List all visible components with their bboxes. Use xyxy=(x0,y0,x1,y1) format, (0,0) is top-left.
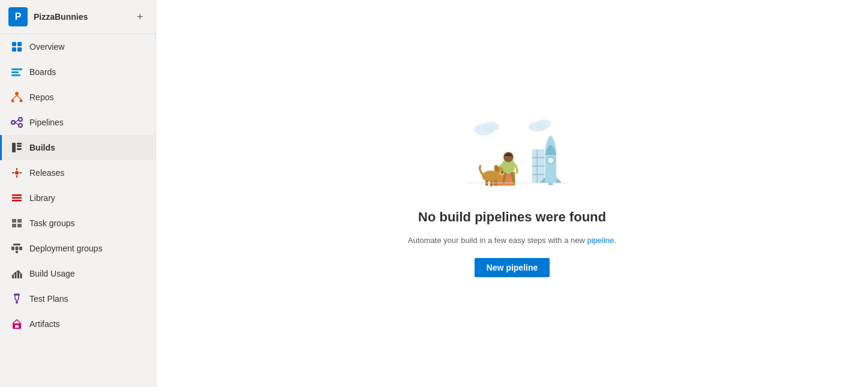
sidebar-item-repos[interactable]: Repos xyxy=(0,85,156,110)
svg-point-55 xyxy=(547,157,554,164)
sidebar-item-library-label: Library xyxy=(29,193,55,203)
sidebar-item-boards[interactable]: Boards xyxy=(0,59,156,85)
svg-rect-3 xyxy=(17,47,22,52)
sidebar-item-overview-label: Overview xyxy=(29,42,64,52)
sidebar-item-test-plans[interactable]: Test Plans xyxy=(0,286,156,311)
empty-title: No build pipelines were found xyxy=(418,209,606,225)
svg-point-65 xyxy=(501,171,503,173)
buildusage-icon xyxy=(10,267,23,280)
sidebar-item-artifacts-label: Artifacts xyxy=(29,319,60,329)
sidebar-item-task-groups[interactable]: Task groups xyxy=(0,211,156,236)
sidebar-item-overview[interactable]: Overview xyxy=(0,34,156,59)
svg-rect-45 xyxy=(15,325,19,328)
sidebar-header: P PizzaBunnies + xyxy=(0,0,156,34)
sidebar: P PizzaBunnies + Overview Boards xyxy=(0,0,156,387)
svg-rect-20 xyxy=(17,143,22,145)
sidebar-item-build-usage-label: Build Usage xyxy=(29,269,75,278)
boards-icon xyxy=(10,65,23,79)
deploymentgroups-icon xyxy=(10,242,23,255)
svg-rect-35 xyxy=(19,247,22,250)
svg-point-8 xyxy=(11,100,14,103)
empty-subtitle: Automate your build in a few easy steps … xyxy=(408,235,616,247)
svg-rect-2 xyxy=(12,47,16,52)
svg-rect-26 xyxy=(12,194,22,196)
sidebar-item-deployment-groups-label: Deployment groups xyxy=(29,244,102,253)
svg-point-7 xyxy=(15,92,19,95)
svg-rect-67 xyxy=(490,181,493,186)
library-icon xyxy=(10,191,23,205)
sidebar-item-builds-label: Builds xyxy=(29,143,55,152)
svg-rect-36 xyxy=(16,251,18,253)
sidebar-item-test-plans-label: Test Plans xyxy=(29,294,68,304)
pipeline-link[interactable]: pipeline. xyxy=(587,236,616,245)
svg-point-47 xyxy=(483,121,499,131)
builds-icon xyxy=(10,141,23,154)
svg-point-9 xyxy=(20,100,23,103)
svg-rect-33 xyxy=(11,247,14,250)
testplans-icon xyxy=(10,292,23,305)
svg-rect-27 xyxy=(12,197,22,199)
svg-line-16 xyxy=(15,122,19,125)
sidebar-item-releases-label: Releases xyxy=(29,168,64,178)
sidebar-item-pipelines-label: Pipelines xyxy=(29,118,64,127)
sidebar-item-pipelines[interactable]: Pipelines xyxy=(0,110,156,135)
svg-rect-56 xyxy=(548,182,553,185)
repos-icon xyxy=(10,91,23,104)
svg-rect-4 xyxy=(11,68,22,70)
svg-point-21 xyxy=(15,171,19,175)
org-avatar: P xyxy=(8,7,28,26)
sidebar-item-deployment-groups[interactable]: Deployment groups xyxy=(0,236,156,261)
sidebar-item-builds[interactable]: Builds xyxy=(0,135,156,160)
svg-rect-1 xyxy=(17,42,22,46)
sidebar-item-artifacts[interactable]: Artifacts xyxy=(0,311,156,337)
svg-rect-6 xyxy=(11,74,20,76)
svg-point-14 xyxy=(19,124,22,127)
releases-icon xyxy=(10,166,23,179)
svg-rect-37 xyxy=(13,244,20,245)
sidebar-item-task-groups-label: Task groups xyxy=(29,218,74,228)
main-content: No build pipelines were found Automate y… xyxy=(156,0,868,387)
svg-rect-19 xyxy=(17,148,22,150)
svg-rect-34 xyxy=(16,247,19,250)
pipelines-icon xyxy=(10,116,23,129)
new-pipeline-button[interactable]: New pipeline xyxy=(475,258,550,277)
org-name: PizzaBunnies xyxy=(34,12,127,22)
empty-illustration xyxy=(446,110,578,200)
svg-point-43 xyxy=(16,301,18,304)
svg-rect-38 xyxy=(12,275,14,278)
svg-rect-17 xyxy=(12,143,16,152)
sidebar-item-build-usage[interactable]: Build Usage xyxy=(0,261,156,286)
overview-icon xyxy=(10,40,23,53)
svg-rect-18 xyxy=(17,145,22,147)
taskgroups-icon xyxy=(10,217,23,230)
sidebar-item-boards-label: Boards xyxy=(29,67,56,77)
svg-rect-32 xyxy=(17,224,22,227)
svg-rect-5 xyxy=(11,71,19,73)
svg-line-11 xyxy=(17,95,21,100)
svg-rect-42 xyxy=(14,294,20,296)
svg-rect-30 xyxy=(17,219,22,223)
svg-point-12 xyxy=(11,121,15,124)
svg-line-10 xyxy=(13,95,17,100)
svg-line-15 xyxy=(15,120,19,122)
svg-point-13 xyxy=(19,118,22,121)
sidebar-item-releases[interactable]: Releases xyxy=(0,160,156,185)
empty-state: No build pipelines were found Automate y… xyxy=(408,110,616,278)
svg-rect-28 xyxy=(12,200,22,202)
svg-rect-31 xyxy=(12,224,16,227)
svg-rect-29 xyxy=(12,219,16,223)
svg-rect-41 xyxy=(20,274,22,278)
artifacts-icon xyxy=(10,317,23,331)
add-org-button[interactable]: + xyxy=(133,10,147,24)
svg-point-49 xyxy=(536,119,551,128)
svg-rect-0 xyxy=(12,42,16,46)
sidebar-item-repos-label: Repos xyxy=(29,92,53,102)
sidebar-item-library[interactable]: Library xyxy=(0,185,156,211)
